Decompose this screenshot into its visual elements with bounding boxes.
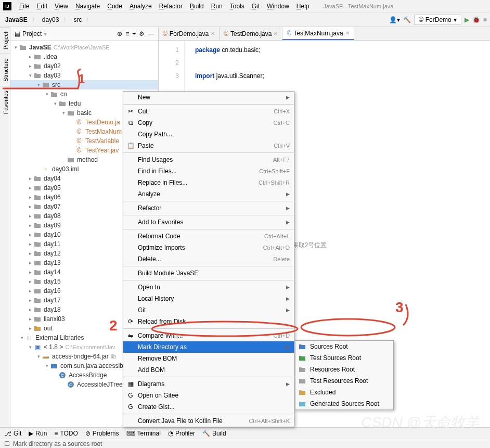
ctx-mark-directory-as[interactable]: Mark Directory as▶ xyxy=(123,341,294,353)
ctx-label: Optimize Imports xyxy=(138,244,185,251)
side-tab-project[interactable]: Project xyxy=(0,27,10,54)
menu-file[interactable]: File xyxy=(16,2,33,11)
ctx-remove-bom[interactable]: Remove BOM xyxy=(123,353,294,364)
ctx-add-to-favorites[interactable]: Add to Favorites▶ xyxy=(123,216,294,228)
bottom-todo[interactable]: ≡TODO xyxy=(54,430,78,437)
submenu-arrow-icon: ▶ xyxy=(286,95,290,100)
ctx-optimize-imports[interactable]: Optimize ImportsCtrl+Alt+O xyxy=(123,242,294,253)
menu-help[interactable]: Help xyxy=(293,2,313,11)
tree-row[interactable]: ▸day02 xyxy=(10,61,158,71)
menu-code[interactable]: Code xyxy=(104,2,126,11)
shortcut: Alt+F7 xyxy=(273,157,290,163)
ctx-compare-with-[interactable]: ⇋Compare With...Ctrl+D xyxy=(123,330,294,341)
debug-icon[interactable]: 🐞 xyxy=(472,16,480,23)
hide-icon[interactable]: — xyxy=(148,30,154,37)
ctx-convert-java-file-to-kotlin-file[interactable]: Convert Java File to Kotlin FileCtrl+Alt… xyxy=(123,415,294,427)
panel-title[interactable]: ▤ Project ▾ xyxy=(15,30,47,37)
breadcrumb-item[interactable]: day03 xyxy=(40,15,61,24)
editor-tab[interactable]: ©TestDemo.java✕ xyxy=(220,27,282,40)
bottom-problems[interactable]: ⊘Problems xyxy=(85,430,119,437)
window-title: JavaSE - TestMaxNum.java xyxy=(323,3,393,9)
ctx-reload-from-disk[interactable]: ⟳Reload from Disk xyxy=(123,316,294,327)
ctx-copy[interactable]: ⧉CopyCtrl+C xyxy=(123,117,294,129)
ctx-open-in[interactable]: Open In▶ xyxy=(123,281,294,293)
ctx-new[interactable]: New▶ xyxy=(123,92,294,103)
close-icon[interactable]: ✕ xyxy=(345,30,350,36)
bottom-run[interactable]: ▶Run xyxy=(29,430,47,437)
stop-icon[interactable]: ■ xyxy=(483,16,487,23)
ctx-local-history[interactable]: Local History▶ xyxy=(123,293,294,304)
ctx-refactor[interactable]: Refactor▶ xyxy=(123,202,294,214)
profiler-icon: ◔ xyxy=(168,430,173,437)
dropdown-arrow-icon: ▾ xyxy=(454,16,457,23)
breadcrumb-item[interactable]: JavaSE xyxy=(3,15,30,24)
cut-icon: ✂ xyxy=(126,107,135,116)
sub-test-resources-root[interactable]: Test Resources Root xyxy=(295,375,393,387)
tree-row[interactable]: ▾src xyxy=(10,80,158,89)
ctx-paste[interactable]: 📋PasteCtrl+V xyxy=(123,140,294,151)
bottom-git[interactable]: ⎇Git xyxy=(4,430,21,437)
menu-edit[interactable]: Edit xyxy=(33,2,51,11)
expand-all-icon[interactable]: ≡ xyxy=(125,30,129,37)
ctx-label: Reload from Disk xyxy=(138,318,186,325)
ctx-label: Open In xyxy=(138,284,160,291)
sub-sources-root[interactable]: Sources Root xyxy=(295,341,393,352)
menu-tools[interactable]: Tools xyxy=(226,2,248,11)
menu-refactor[interactable]: Refactor xyxy=(156,2,186,11)
ctx-label: Create Gist... xyxy=(138,403,175,411)
ctx-cut[interactable]: ✂CutCtrl+X xyxy=(123,106,294,117)
sub-resources-root[interactable]: Resources Root xyxy=(295,364,393,375)
ctx-find-usages[interactable]: Find UsagesAlt+F7 xyxy=(123,154,294,165)
editor-tab[interactable]: ©ForDemo.java✕ xyxy=(159,27,220,40)
menu-navigate[interactable]: Navigate xyxy=(72,2,104,11)
ctx-diagrams[interactable]: ▦Diagrams▶ xyxy=(123,378,294,390)
bottom-terminal[interactable]: ⌨Terminal xyxy=(126,430,161,437)
menu-window[interactable]: Window xyxy=(263,2,293,11)
run-config-select[interactable]: © ForDemo ▾ xyxy=(414,15,461,25)
ctx-analyze[interactable]: Analyze▶ xyxy=(123,188,294,200)
sub-generated-sources-root[interactable]: Generated Sources Root xyxy=(295,398,393,409)
ctx-copy-path-[interactable]: Copy Path... xyxy=(123,129,294,140)
shortcut: Ctrl+Alt+L xyxy=(264,233,290,239)
build-icon[interactable]: 🔨 xyxy=(403,16,411,23)
ctx-build-module-javase-[interactable]: Build Module 'JavaSE' xyxy=(123,267,294,279)
ctx-git[interactable]: Git▶ xyxy=(123,304,294,316)
collapse-icon[interactable]: ÷ xyxy=(132,30,136,37)
ctx-add-bom[interactable]: Add BOM xyxy=(123,364,294,376)
dropdown-arrow-icon: ▾ xyxy=(44,30,47,37)
close-icon[interactable]: ✕ xyxy=(274,31,278,36)
gear-icon[interactable]: ⚙ xyxy=(139,30,145,37)
ctx-reformat-code[interactable]: Reformat CodeCtrl+Alt+L xyxy=(123,231,294,242)
ctx-replace-in-files-[interactable]: Replace in Files...Ctrl+Shift+R xyxy=(123,177,294,188)
git-icon: ⎇ xyxy=(4,430,11,437)
menu-view[interactable]: View xyxy=(51,2,72,11)
run-icon[interactable]: ▶ xyxy=(465,16,469,23)
gist-icon: G xyxy=(126,403,135,411)
breadcrumb-item[interactable]: src xyxy=(71,15,84,24)
side-tab-favorites[interactable]: Favorites xyxy=(0,86,10,118)
select-opened-icon[interactable]: ⊕ xyxy=(117,30,122,37)
sub-excluded[interactable]: Excluded xyxy=(295,387,393,398)
side-tab-structure[interactable]: Structure xyxy=(0,54,10,86)
person-icon[interactable]: 👤▾ xyxy=(389,16,400,23)
ctx-delete-[interactable]: Delete...Delete xyxy=(123,253,294,265)
menu-git[interactable]: Git xyxy=(248,2,263,11)
folder-icon xyxy=(299,378,306,384)
tree-row[interactable]: ▸.idea xyxy=(10,52,158,61)
ctx-find-in-files-[interactable]: Find in Files...Ctrl+Shift+F xyxy=(123,165,294,177)
tree-row[interactable]: ▾day03 xyxy=(10,71,158,80)
context-menu[interactable]: New▶✂CutCtrl+X⧉CopyCtrl+CCopy Path...📋Pa… xyxy=(123,91,294,427)
tree-row[interactable]: ▾JavaSEC:\WorkPlace\JavaSE xyxy=(10,43,158,52)
close-icon[interactable]: ✕ xyxy=(211,31,215,36)
menu-analyze[interactable]: Analyze xyxy=(126,2,156,11)
bottom-profiler[interactable]: ◔Profiler xyxy=(168,430,195,437)
editor-tab[interactable]: ©TestMaxNum.java✕ xyxy=(282,27,354,40)
bottom-build[interactable]: 🔨Build xyxy=(202,430,226,437)
sub-test-sources-root[interactable]: Test Sources Root xyxy=(295,352,393,364)
menu-run[interactable]: Run xyxy=(208,2,226,11)
mark-directory-submenu[interactable]: Sources RootTest Sources RootResources R… xyxy=(295,340,394,410)
ctx-open-on-gitee[interactable]: GOpen on Gitee xyxy=(123,390,294,401)
ctx-label: Local History xyxy=(138,295,174,302)
ctx-create-gist-[interactable]: GCreate Gist... xyxy=(123,401,294,413)
menu-build[interactable]: Build xyxy=(186,2,208,11)
